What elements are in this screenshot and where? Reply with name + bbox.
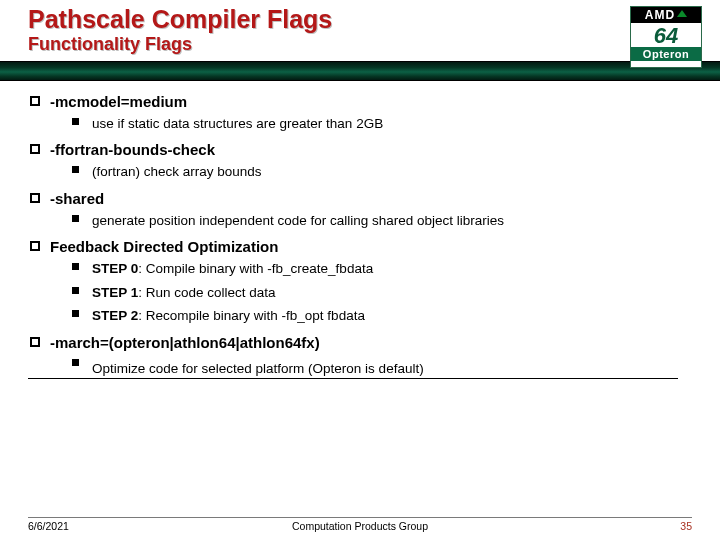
bullet-ffortran: -ffortran-bounds-check: [28, 141, 692, 158]
sub-bullet-step: STEP 0: Compile binary with -fb_create_f…: [28, 259, 692, 279]
bullet-mcmodel: -mcmodel=medium: [28, 93, 692, 110]
footer-date: 6/6/2021: [28, 520, 69, 532]
logo-product: Opteron: [631, 47, 701, 61]
step-label: STEP 0: [92, 261, 138, 276]
slide-body: -mcmodel=medium use if static data struc…: [0, 93, 720, 380]
sub-bullet: generate position independent code for c…: [28, 211, 692, 231]
sub-bullet: Optimize code for selected platform (Opt…: [28, 355, 678, 380]
step-label: STEP 2: [92, 308, 138, 323]
amd-opteron-logo: AMD 64 Opteron: [630, 6, 702, 68]
logo-brand: AMD: [631, 7, 701, 23]
sub-bullet-step: STEP 2: Recompile binary with -fb_opt fb…: [28, 306, 692, 326]
sub-bullet: (fortran) check array bounds: [28, 162, 692, 182]
logo-number: 64: [631, 23, 701, 47]
step-text: : Run code collect data: [138, 285, 275, 300]
bullet-march: -march=(opteron|athlon64|athlon64fx): [28, 334, 692, 351]
footer-page-number: 35: [680, 520, 692, 532]
step-label: STEP 1: [92, 285, 138, 300]
bullet-fdo: Feedback Directed Optimization: [28, 238, 692, 255]
slide-header: AMD 64 Opteron Pathscale Compiler Flags …: [0, 0, 720, 55]
divider-bar: [0, 61, 720, 81]
slide-subtitle: Functionality Flags: [28, 34, 692, 55]
slide: AMD 64 Opteron Pathscale Compiler Flags …: [0, 0, 720, 540]
footer-group: Computation Products Group: [292, 520, 428, 532]
logo-arrow-icon: [677, 10, 687, 17]
bullet-shared: -shared: [28, 190, 692, 207]
sub-bullet-step: STEP 1: Run code collect data: [28, 283, 692, 303]
logo-brand-text: AMD: [645, 8, 675, 22]
slide-footer: 6/6/2021 Computation Products Group 35: [0, 517, 720, 532]
step-text: : Compile binary with -fb_create_fbdata: [138, 261, 373, 276]
sub-bullet: use if static data structures are greate…: [28, 114, 692, 134]
step-text: : Recompile binary with -fb_opt fbdata: [138, 308, 365, 323]
slide-title: Pathscale Compiler Flags: [28, 6, 692, 34]
